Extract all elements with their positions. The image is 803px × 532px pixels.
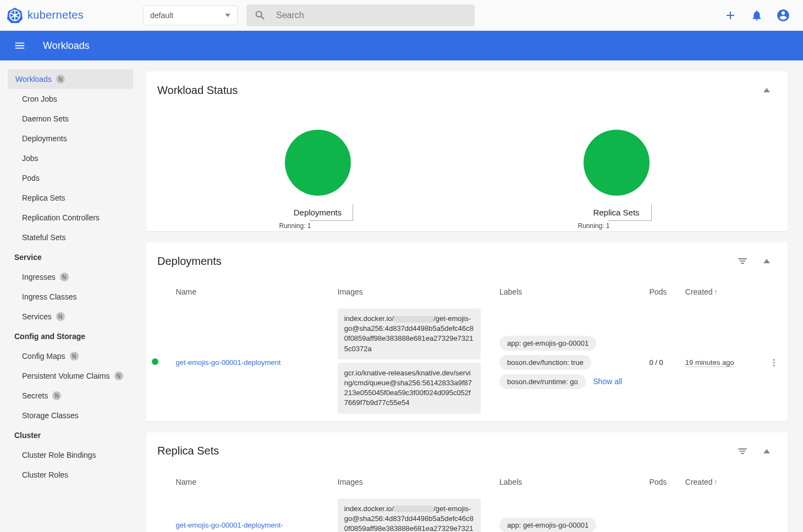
sidebar-item-ingresses[interactable]: IngressesN <box>8 267 133 287</box>
filter-button[interactable] <box>733 441 752 461</box>
sidebar-item-label: Workloads <box>15 75 52 84</box>
sidebar-item-daemon-sets[interactable]: Daemon Sets <box>8 109 133 129</box>
sidebar-item-label: Secrets <box>22 391 48 400</box>
sidebar-item-services[interactable]: ServicesN <box>8 307 133 326</box>
col-images[interactable]: Images <box>332 280 494 304</box>
status-running-icon <box>152 358 158 365</box>
svg-point-9 <box>773 362 775 363</box>
label-chip: boson.dev/runtime: go <box>499 374 586 389</box>
sidebar-item-deployments[interactable]: Deployments <box>8 129 133 148</box>
sidebar-item-cluster-role-bindings[interactable]: Cluster Role Bindings <box>8 445 133 465</box>
col-pods[interactable]: Pods <box>644 280 679 304</box>
create-button[interactable] <box>717 2 744 29</box>
search-box[interactable] <box>246 4 475 26</box>
sidebar-heading-cluster: Cluster <box>8 425 133 445</box>
sidebar-item-jobs[interactable]: Jobs <box>8 148 133 168</box>
col-created[interactable]: Created↑ <box>680 280 764 304</box>
deployments-card: Deployments Name Images Labels Pods Crea… <box>146 242 788 422</box>
sidebar-item-persistent-volume-claims[interactable]: Persistent Volume ClaimsN <box>8 366 133 386</box>
collapse-button[interactable] <box>757 441 777 461</box>
sidebar-item-label: Storage Classes <box>22 411 79 420</box>
sidebar-item-label: Cluster Roles <box>22 470 68 479</box>
redacted-text <box>394 506 433 512</box>
sidebar: Workloads N Cron JobsDaemon SetsDeployme… <box>0 60 141 532</box>
sidebar-item-label: Replica Sets <box>22 193 65 202</box>
filter-button[interactable] <box>733 251 752 271</box>
col-created[interactable]: Created↑ <box>680 470 764 494</box>
image-digest: gcr.io/knative-releases/knative.dev/serv… <box>338 363 481 414</box>
replicaset-link[interactable]: get-emojis-go-00001-deployment- <box>176 521 283 529</box>
show-all-labels-link[interactable]: Show all <box>593 377 622 386</box>
sidebar-item-label: Stateful Sets <box>22 233 65 242</box>
label-chip: app: get-emojis-go-00001 <box>499 336 596 351</box>
breadcrumb: Workloads <box>43 40 90 52</box>
sidebar-item-cluster-roles[interactable]: Cluster Roles <box>8 465 133 485</box>
sidebar-item-workloads[interactable]: Workloads N <box>8 69 133 89</box>
deployment-link[interactable]: get-emojis-go-00001-deployment <box>176 358 281 367</box>
col-name[interactable]: Name <box>170 470 332 494</box>
sidebar-item-label: Replication Controllers <box>22 213 100 222</box>
account-button[interactable] <box>770 2 796 29</box>
created-timestamp: 19 minutes ago <box>685 358 734 367</box>
deployments-table: Name Images Labels Pods Created↑ get-emo… <box>146 280 788 422</box>
namespace-badge: N <box>52 391 61 400</box>
card-title: Workload Status <box>157 84 752 97</box>
notifications-button[interactable] <box>744 2 770 29</box>
svg-point-7 <box>584 130 650 196</box>
sidebar-item-label: Jobs <box>22 154 38 163</box>
pods-count: 0 / 0 <box>644 304 679 422</box>
sidebar-item-pods[interactable]: Pods <box>8 168 133 188</box>
sidebar-item-label: Ingress Classes <box>22 292 77 301</box>
search-icon <box>254 9 266 21</box>
brand-logo[interactable]: kubernetes <box>7 7 143 24</box>
chart-replicasets: Running: 1 Replica Sets <box>496 129 738 217</box>
sidebar-item-stateful-sets[interactable]: Stateful Sets <box>8 228 133 247</box>
col-labels[interactable]: Labels <box>494 280 644 304</box>
svg-point-6 <box>285 130 351 196</box>
sidebar-item-label: Cluster Role Bindings <box>22 451 96 459</box>
col-name[interactable]: Name <box>170 280 332 304</box>
search-input[interactable] <box>276 10 467 20</box>
sidebar-heading-config: Config and Storage <box>8 326 133 346</box>
chart-running-label: Running: 1 <box>279 222 311 230</box>
namespace-select[interactable]: default <box>143 5 238 25</box>
image-digest: index.docker.io//get-emojis-go@sha256:4d… <box>338 498 481 533</box>
sidebar-item-cron-jobs[interactable]: Cron Jobs <box>8 89 133 109</box>
sidebar-item-ingress-classes[interactable]: Ingress Classes <box>8 287 133 307</box>
namespace-value: default <box>150 11 173 20</box>
sidebar-item-replication-controllers[interactable]: Replication Controllers <box>8 208 133 228</box>
sort-asc-icon: ↑ <box>714 478 718 486</box>
row-actions-button[interactable] <box>763 304 788 422</box>
svg-point-5 <box>13 14 16 17</box>
table-row: get-emojis-go-00001-deployment- index.do… <box>146 494 788 533</box>
sort-asc-icon: ↑ <box>714 287 718 296</box>
col-labels[interactable]: Labels <box>494 470 644 494</box>
brand-name: kubernetes <box>28 9 84 21</box>
sidebar-item-label: Deployments <box>22 134 67 143</box>
chart-deployments: Running: 1 Deployments <box>197 129 439 217</box>
menu-toggle-button[interactable] <box>9 35 31 57</box>
sidebar-item-label: Services <box>22 312 52 321</box>
sidebar-item-secrets[interactable]: SecretsN <box>8 386 133 406</box>
card-title: Deployments <box>157 255 728 268</box>
namespace-badge: N <box>114 372 123 380</box>
secondary-toolbar: Workloads <box>0 31 803 60</box>
col-pods[interactable]: Pods <box>644 470 679 494</box>
collapse-button[interactable] <box>757 80 777 100</box>
col-images[interactable]: Images <box>332 470 494 494</box>
namespace-badge: N <box>60 273 69 281</box>
sidebar-item-label: Daemon Sets <box>22 114 69 123</box>
sidebar-item-config-maps[interactable]: Config MapsN <box>8 346 133 366</box>
label-chip: boson.dev/function: true <box>499 355 591 370</box>
sidebar-item-label: Config Maps <box>22 352 65 361</box>
collapse-button[interactable] <box>757 251 777 271</box>
chart-running-label: Running: 1 <box>578 222 610 230</box>
sidebar-item-label: Ingresses <box>22 273 56 281</box>
sidebar-item-storage-classes[interactable]: Storage Classes <box>8 406 133 425</box>
redacted-text <box>394 316 433 323</box>
sidebar-heading-service: Service <box>8 247 133 267</box>
sidebar-item-replica-sets[interactable]: Replica Sets <box>8 188 133 208</box>
kubernetes-logo-icon <box>7 7 23 24</box>
workload-status-card: Workload Status Running: 1 Deployments R… <box>146 71 788 231</box>
label-chip: app: get-emojis-go-00001 <box>499 518 596 532</box>
